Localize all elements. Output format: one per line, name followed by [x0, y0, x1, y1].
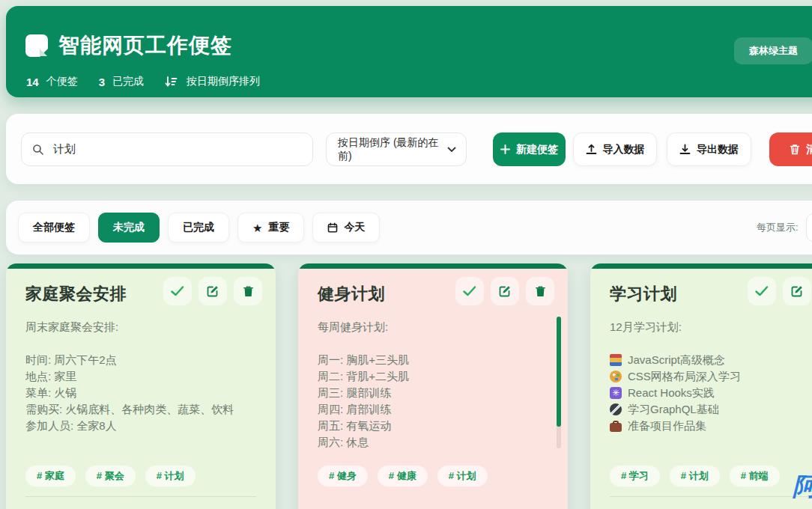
note-line: 地点: 家里	[25, 368, 253, 385]
delete-note-button[interactable]	[526, 277, 554, 305]
edit-note-button[interactable]	[491, 277, 519, 305]
clear-all-button[interactable]: 清空所有	[769, 132, 812, 166]
watermark-text-primary: 阿影	[793, 472, 812, 500]
import-data-label: 导入数据	[603, 143, 645, 156]
note-actions	[455, 277, 554, 305]
note-line: 时间: 周六下午2点	[25, 352, 253, 368]
notes-grid: 家庭聚会安排 周末家庭聚会安排: 时间: 周六下午2点 地点: 家里 菜单: 火…	[6, 263, 812, 509]
note-count: 14	[26, 76, 39, 88]
note-body: 12月学习计划: JavaScript高级概念 CSS网格布局深入学习 Reac…	[610, 319, 812, 466]
tag-pill[interactable]: # 健康	[378, 466, 428, 487]
note-line: 周二: 背肌+二头肌	[318, 368, 545, 385]
star-icon: ★	[252, 222, 262, 234]
tag-pill[interactable]: # 计划	[670, 466, 720, 487]
note-card-study: 学习计划 12月学习计划: JavaScript高级概念	[590, 263, 812, 509]
filter-tab-today-label: 今天	[344, 221, 365, 234]
toolbar: 按日期倒序 (最新的在前) 新建便签 导入数据	[6, 114, 812, 184]
note-line	[610, 335, 812, 352]
filter-tab-all[interactable]: 全部便签	[18, 213, 90, 243]
note-line	[25, 335, 253, 352]
palette-icon	[610, 371, 622, 382]
stats-row: 14 个便签 3 已完成 按日期倒序排列	[26, 75, 260, 88]
complete-note-button[interactable]	[163, 277, 192, 305]
search-input[interactable]	[52, 142, 302, 156]
card-scrollbar-thumb[interactable]	[557, 317, 561, 427]
sort-dropdown[interactable]: 按日期倒序 (最新的在前)	[326, 132, 467, 166]
card-accent-bar	[298, 263, 568, 269]
edit-note-button[interactable]	[199, 277, 227, 305]
note-tags: # 学习 # 计划 # 前端	[610, 466, 780, 487]
note-line: 参加人员: 全家8人	[25, 418, 253, 434]
title-row: 智能网页工作便签	[25, 31, 232, 60]
filter-tab-important-label: 重要	[268, 221, 289, 234]
link-icon	[610, 403, 622, 415]
tag-pill[interactable]: # 前端	[730, 466, 780, 487]
complete-note-button[interactable]	[748, 277, 776, 305]
study-item-label: CSS网格布局深入学习	[628, 368, 741, 385]
sort-status-label: 按日期倒序排列	[187, 75, 260, 88]
app-header: 智能网页工作便签 14 个便签 3 已完成 按日期倒序排列 森林绿主题	[6, 6, 812, 97]
briefcase-icon	[610, 423, 622, 432]
tag-pill[interactable]: # 计划	[437, 466, 488, 487]
edit-note-button[interactable]	[783, 277, 811, 305]
note-line: 周末家庭聚会安排:	[25, 319, 253, 335]
study-item: 准备项目作品集	[610, 418, 812, 434]
note-actions	[163, 277, 262, 305]
note-count-label: 个便签	[46, 75, 78, 88]
filter-tab-done[interactable]: 已完成	[168, 213, 229, 243]
app-title: 智能网页工作便签	[58, 31, 232, 60]
study-item: React Hooks实践	[610, 385, 812, 401]
note-card-fitness: 健身计划 每周健身计划: 周一: 胸肌+三头肌 周二: 背肌+二头肌 周三: 腿…	[298, 263, 568, 509]
card-accent-bar	[590, 263, 812, 269]
complete-note-button[interactable]	[455, 277, 484, 305]
import-data-button[interactable]: 导入数据	[573, 132, 657, 166]
filter-tab-important[interactable]: ★ 重要	[237, 213, 304, 243]
note-body: 每周健身计划: 周一: 胸肌+三头肌 周二: 背肌+二头肌 周三: 腿部训练 周…	[318, 319, 545, 466]
filter-tab-today[interactable]: 今天	[312, 213, 380, 243]
atom-icon	[610, 387, 622, 399]
theme-button[interactable]: 森林绿主题	[734, 37, 812, 64]
page: 智能网页工作便签 14 个便签 3 已完成 按日期倒序排列 森林绿主题	[0, 0, 812, 509]
filter-bar: 全部便签 未完成 已完成 ★ 重要 今天 每页显示: 9	[6, 201, 812, 254]
export-data-button[interactable]: 导出数据	[667, 132, 751, 166]
note-line: 周四: 肩部训练	[318, 401, 545, 418]
tag-pill[interactable]: # 健身	[318, 466, 368, 487]
study-item-label: JavaScript高级概念	[628, 352, 725, 368]
chevron-down-icon	[447, 147, 456, 153]
plus-icon	[500, 144, 510, 154]
note-line: 周六: 休息	[318, 434, 545, 451]
study-item: 学习GraphQL基础	[610, 401, 812, 418]
trash-icon	[790, 144, 800, 155]
clear-all-label: 清空所有	[806, 143, 812, 156]
per-page-select[interactable]: 9	[806, 213, 812, 242]
note-line: 每周健身计划:	[318, 319, 545, 335]
note-body: 周末家庭聚会安排: 时间: 周六下午2点 地点: 家里 菜单: 火锅 需购买: …	[25, 319, 253, 466]
study-item-label: 学习GraphQL基础	[628, 401, 719, 418]
note-tags: # 健身 # 健康 # 计划	[318, 466, 488, 487]
tag-pill[interactable]: # 学习	[610, 466, 660, 487]
tag-pill[interactable]: # 计划	[145, 466, 196, 487]
watermark: 阿影博客 AYBK.CN	[793, 474, 812, 509]
study-item-label: 准备项目作品集	[628, 418, 706, 434]
note-line: 需购买: 火锅底料、各种肉类、蔬菜、饮料	[25, 401, 253, 418]
note-tags: # 家庭 # 聚会 # 计划	[25, 466, 196, 487]
filter-tabs: 全部便签 未完成 已完成 ★ 重要 今天	[18, 213, 380, 243]
per-page-control: 每页显示: 9	[757, 201, 812, 254]
study-item: JavaScript高级概念	[610, 352, 812, 368]
books-icon	[610, 354, 622, 366]
filter-tab-undone[interactable]: 未完成	[98, 213, 160, 243]
delete-note-button[interactable]	[234, 277, 262, 305]
note-line: 菜单: 火锅	[25, 385, 253, 401]
note-icon	[25, 34, 48, 57]
tag-pill[interactable]: # 聚会	[85, 466, 136, 487]
card-divider	[610, 496, 812, 497]
new-note-label: 新建便签	[516, 143, 558, 156]
export-data-label: 导出数据	[697, 143, 739, 156]
per-page-label: 每页显示:	[757, 221, 799, 234]
note-line: 周一: 胸肌+三头肌	[318, 352, 545, 368]
search-icon	[32, 144, 44, 156]
search-box[interactable]	[21, 132, 313, 166]
new-note-button[interactable]: 新建便签	[493, 132, 566, 166]
tag-pill[interactable]: # 家庭	[25, 466, 76, 487]
sort-descending-icon	[165, 76, 178, 88]
